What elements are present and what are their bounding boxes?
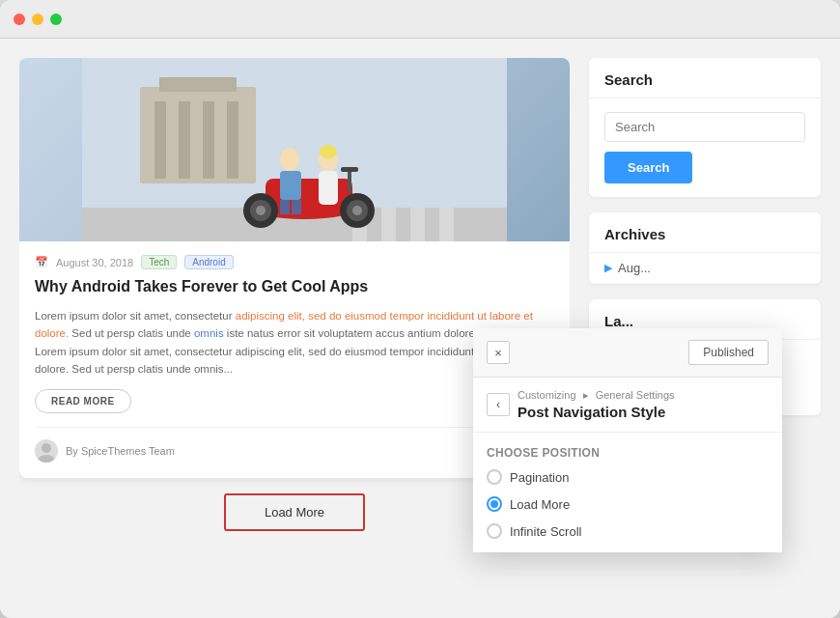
radio-label-infinite-scroll: Infinite Scroll	[510, 524, 581, 539]
card-image	[19, 58, 570, 241]
customizer-nav-info: Customizing ▸ General Settings Post Navi…	[518, 389, 675, 420]
breadcrumb-section: General Settings	[596, 389, 675, 401]
svg-rect-3	[154, 101, 166, 179]
customizer-back-button[interactable]: ‹	[487, 393, 510, 416]
svg-rect-21	[341, 167, 358, 172]
read-more-button[interactable]: READ MORE	[35, 389, 131, 413]
svg-rect-5	[203, 101, 214, 179]
radio-label-pagination: Pagination	[510, 470, 569, 485]
svg-point-31	[42, 443, 51, 453]
svg-rect-27	[280, 200, 290, 214]
archives-item[interactable]: ▶ Aug...	[589, 253, 821, 284]
calendar-icon: 📅	[35, 256, 48, 268]
search-button[interactable]: Search	[604, 152, 692, 183]
customizer-panel: × Published ‹ Customizing ▸ General Sett…	[473, 328, 782, 552]
svg-rect-6	[227, 101, 238, 179]
svg-point-29	[281, 149, 298, 166]
svg-rect-9	[381, 208, 396, 241]
highlight-blue: omnis	[194, 327, 224, 339]
card-meta: 📅 August 30, 2018 Tech Android	[35, 255, 554, 269]
customizer-page-title: Post Navigation Style	[518, 402, 675, 420]
card-date: August 30, 2018	[56, 257, 133, 268]
archives-widget-title: Archives	[589, 212, 821, 253]
svg-rect-28	[292, 200, 301, 214]
svg-rect-26	[280, 171, 301, 200]
radio-dot-load-more	[490, 500, 498, 508]
svg-point-19	[352, 206, 362, 215]
customizer-header: × Published	[473, 328, 782, 378]
archives-arrow-icon: ▶	[604, 262, 612, 274]
svg-rect-10	[410, 208, 425, 241]
svg-point-32	[38, 455, 55, 463]
radio-group: Pagination Load More Infinite Scroll	[473, 469, 782, 552]
search-widget-body: Search	[589, 98, 821, 197]
search-input[interactable]	[604, 112, 805, 142]
close-button[interactable]	[14, 14, 25, 25]
author-avatar	[35, 439, 58, 463]
customizer-published-button[interactable]: Published	[688, 340, 769, 365]
svg-rect-11	[439, 208, 454, 241]
radio-circle-infinite-scroll	[487, 523, 502, 539]
radio-infinite-scroll[interactable]: Infinite Scroll	[487, 523, 769, 539]
svg-rect-2	[159, 77, 237, 92]
maximize-button[interactable]	[50, 14, 62, 25]
search-widget-title: Search	[589, 58, 821, 98]
app-window: 📅 August 30, 2018 Tech Android Why Andro…	[0, 0, 840, 618]
customizer-nav: ‹ Customizing ▸ General Settings Post Na…	[473, 378, 782, 433]
search-widget: Search Search	[589, 58, 821, 197]
title-bar	[0, 0, 840, 39]
tag-tech[interactable]: Tech	[141, 255, 177, 269]
load-more-button[interactable]: Load More	[224, 493, 365, 531]
svg-rect-20	[348, 169, 351, 193]
svg-point-30	[320, 145, 337, 158]
archives-widget: Archives ▶ Aug...	[589, 212, 821, 284]
radio-label-load-more: Load More	[510, 497, 570, 512]
traffic-lights	[14, 14, 62, 25]
radio-circle-load-more	[487, 496, 502, 512]
svg-rect-13	[266, 179, 352, 210]
svg-rect-4	[179, 101, 190, 179]
customizer-close-button[interactable]: ×	[487, 341, 510, 364]
radio-circle-pagination	[487, 469, 502, 485]
tag-android[interactable]: Android	[184, 255, 233, 269]
radio-pagination[interactable]: Pagination	[487, 469, 769, 485]
author-label: By SpiceThemes Team	[66, 445, 175, 457]
minimize-button[interactable]	[32, 14, 43, 25]
customizer-breadcrumb: Customizing ▸ General Settings	[518, 389, 675, 402]
highlight-orange: adipiscing elit, sed do eiusmod tempor i…	[35, 310, 533, 339]
svg-point-16	[256, 206, 266, 215]
search-input-container	[604, 112, 805, 142]
breadcrumb-root: Customizing	[518, 389, 576, 401]
card-title: Why Android Takes Forever to Get Cool Ap…	[35, 277, 554, 297]
radio-load-more[interactable]: Load More	[487, 496, 769, 512]
customizer-section-title: Choose Position	[473, 433, 782, 469]
archives-item-label: Aug...	[618, 261, 651, 275]
breadcrumb-sep: ▸	[583, 389, 589, 401]
svg-rect-23	[319, 171, 338, 205]
